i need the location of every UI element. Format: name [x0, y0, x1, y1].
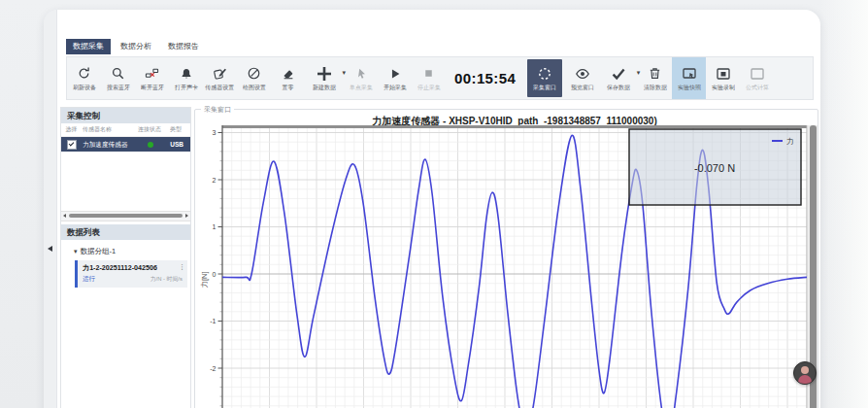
- bell-icon: [180, 65, 193, 83]
- data-record-axes: 力/N - 时间/s: [150, 275, 183, 283]
- side-collapse-strip: [44, 10, 57, 408]
- data-list-header: 数据列表: [61, 224, 190, 240]
- scrollbar-thumb[interactable]: [69, 214, 183, 219]
- acquisition-window-panel: 采集窗口 力加速度传感器 - XHSP-V10HID_path_-1981348…: [194, 109, 818, 408]
- acquire-window-button[interactable]: 采集窗口: [527, 59, 562, 97]
- zero-button[interactable]: 置零: [271, 57, 305, 99]
- sensor-edit-icon: [213, 65, 227, 83]
- data-tree: ▾数据分组-1 力1-2-20251112-042506 ⋮ 运行 力/N - …: [61, 240, 190, 288]
- horizontal-scrollbar[interactable]: [61, 211, 190, 221]
- stop-icon: [422, 65, 435, 83]
- disconnect-bluetooth-button[interactable]: 断开蓝牙: [135, 57, 169, 99]
- collection-control-header: 采集控制: [61, 108, 190, 123]
- toolbar-label: 断开蓝牙: [141, 84, 164, 91]
- eraser-icon: [282, 65, 295, 83]
- search-bluetooth-button[interactable]: 搜索蓝牙: [101, 57, 135, 99]
- open-soundcard-button[interactable]: 打开声卡: [169, 57, 203, 99]
- scroll-right-icon[interactable]: [185, 214, 188, 218]
- column-header-2: 传感器名称: [83, 125, 134, 133]
- tab-2[interactable]: 数据分析: [114, 39, 158, 54]
- toolbar-label: 采集窗口: [533, 84, 556, 91]
- sidebar: 采集控制 选择传感器名称连接状态类型 力加速度传感器 USB 数据列表 ▾数据分…: [60, 107, 191, 408]
- eye-icon: [575, 65, 590, 83]
- toolbar-label: 绘图设置: [243, 84, 266, 91]
- search-icon: [111, 65, 125, 83]
- y-axis-label: 力[N]: [200, 271, 209, 288]
- plot-top-border: [222, 125, 807, 128]
- main-tab-bar: 数据采集数据分析数据报告: [66, 39, 206, 54]
- desktop-background: 数据采集数据分析数据报告 刷新设备搜索蓝牙断开蓝牙打开声卡传感器设置绘图设置置零…: [0, 0, 868, 408]
- pointer-icon: [354, 65, 368, 83]
- data-record-status: 运行: [83, 275, 95, 284]
- disconnect-icon: [145, 65, 159, 83]
- experiment-record-button[interactable]: 实验录制: [706, 57, 740, 99]
- y-tick-label: 0: [213, 271, 217, 278]
- toolbar-label: 预览窗口: [571, 84, 594, 91]
- y-tick-label: 2: [213, 177, 217, 184]
- gauge-icon: [247, 65, 261, 83]
- sensor-table-header: 选择传感器名称连接状态类型: [61, 123, 190, 137]
- refresh-device-button[interactable]: 刷新设备: [67, 57, 101, 99]
- annotation-value: -0.070 N: [694, 162, 735, 174]
- column-header-4: 类型: [170, 125, 188, 133]
- data-record-title: 力1-2-20251112-042506: [83, 263, 178, 273]
- sensor-settings-button[interactable]: 传感器设置: [203, 57, 237, 99]
- sensor-row[interactable]: 力加速度传感器 USB: [61, 137, 190, 152]
- formula-calc-button: 公式计算: [740, 57, 774, 99]
- data-group-row[interactable]: ▾数据分组-1: [61, 245, 190, 257]
- toolbar-label: 开始采集: [384, 84, 407, 91]
- play-icon: [388, 65, 402, 83]
- plus-icon: [316, 65, 333, 83]
- preview-window-button[interactable]: 预览窗口: [565, 57, 599, 99]
- sensor-checkbox[interactable]: [67, 140, 77, 150]
- chevron-down-icon[interactable]: ▾: [74, 248, 78, 255]
- start-acquire-button[interactable]: 开始采集: [378, 57, 412, 99]
- tab-1[interactable]: 数据采集: [66, 39, 111, 54]
- status-dot: [148, 142, 153, 148]
- toolbar-label: 保存数据: [607, 84, 630, 91]
- sensor-name: 力加速度传感器: [83, 140, 128, 150]
- data-record-item[interactable]: 力1-2-20251112-042506 ⋮ 运行 力/N - 时间/s: [75, 260, 187, 288]
- toolbar: 刷新设备搜索蓝牙断开蓝牙打开声卡传感器设置绘图设置置零新建数据▾单点采集开始采集…: [66, 56, 814, 100]
- collapse-arrow-icon[interactable]: [48, 246, 52, 252]
- save-data-button[interactable]: 保存数据▾: [599, 57, 638, 99]
- y-tick-label: 3: [213, 129, 217, 136]
- refresh-icon: [77, 65, 91, 83]
- clear-data-button[interactable]: 清除数据: [638, 57, 672, 99]
- acquisition-timer: 00:15:54: [454, 70, 516, 86]
- toolbar-right-group: 采集窗口预览窗口保存数据▾清除数据实验快照实验录制公式计算: [524, 57, 774, 99]
- plot-settings-button[interactable]: 绘图设置: [237, 57, 271, 99]
- column-header-3: 连接状态: [138, 125, 168, 133]
- y-tick-label: -1: [210, 318, 216, 324]
- toolbar-label: 公式计算: [746, 84, 769, 91]
- new-data-button[interactable]: 新建数据▾: [305, 57, 344, 99]
- toolbar-label: 单点采集: [350, 84, 373, 91]
- stop-acquire-button: 停止采集: [412, 57, 446, 99]
- column-header-1: 选择: [61, 125, 81, 133]
- groupbox-label: 采集窗口: [201, 105, 234, 115]
- check-icon: [611, 65, 626, 83]
- plot-area[interactable]: 3210-1-2力[N]-0.070 N力: [195, 125, 819, 408]
- toolbar-label: 置零: [283, 84, 294, 91]
- snapshot-icon: [682, 65, 697, 83]
- toolbar-label: 实验录制: [712, 84, 735, 91]
- tab-3[interactable]: 数据报告: [161, 39, 206, 54]
- experiment-snapshot-button[interactable]: 实验快照: [672, 57, 706, 99]
- data-group-label: 数据分组-1: [81, 247, 117, 255]
- avatar-head: [801, 366, 809, 374]
- toolbar-label: 传感器设置: [206, 84, 235, 91]
- toolbar-label: 停止采集: [417, 84, 441, 91]
- single-point-acquire-button: 单点采集: [344, 57, 378, 99]
- toolbar-label: 清除数据: [644, 84, 667, 91]
- trash-icon: [648, 65, 662, 83]
- item-menu-icon[interactable]: ⋮: [179, 263, 185, 271]
- y-tick-label: -2: [210, 365, 216, 372]
- toolbar-label: 打开声卡: [175, 84, 198, 91]
- avatar-body: [798, 375, 812, 385]
- sensor-type: USB: [170, 141, 184, 148]
- toolbar-label: 刷新设备: [73, 84, 96, 91]
- y-tick-label: 1: [213, 223, 217, 230]
- assistant-avatar[interactable]: [793, 361, 817, 385]
- scroll-left-icon[interactable]: [63, 214, 66, 218]
- dashed-circle-icon: [537, 65, 552, 83]
